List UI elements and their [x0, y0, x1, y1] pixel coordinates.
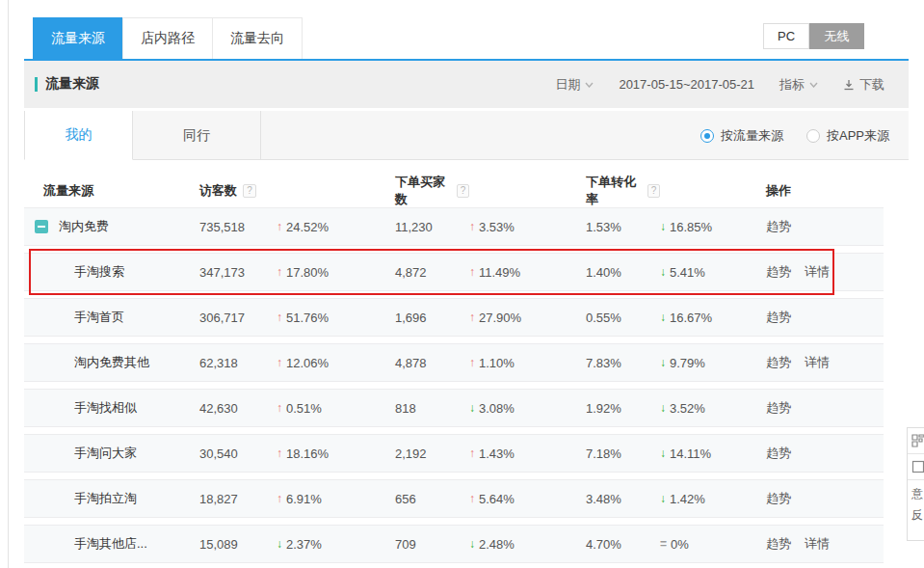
visitors-change: ↑6.91%	[277, 492, 395, 506]
metrics-dropdown-label: 指标	[779, 76, 805, 94]
widget-divider	[908, 479, 924, 480]
view-strip: 我的同行 按流量来源按APP来源	[24, 111, 909, 160]
trend-link[interactable]: 趋势	[766, 490, 791, 507]
source-name: 手淘问大家	[74, 445, 137, 462]
buyers-change: ↓2.48%	[469, 537, 586, 552]
feedback-side-widget[interactable]: 意 反	[907, 427, 924, 541]
top-bar: 流量来源店内路径流量去向 PC无线	[24, 0, 909, 59]
down-arrow-icon: ↓	[660, 492, 666, 505]
conversion-change-value: 0%	[671, 537, 689, 552]
visitors-change-value: 17.80%	[286, 265, 329, 280]
buyers-change: ↑5.64%	[469, 492, 586, 506]
trend-link[interactable]: 趋势	[766, 535, 791, 553]
visitors-value: 15,089	[199, 537, 277, 552]
visitors-change-value: 0.51%	[286, 401, 322, 416]
down-arrow-icon: ↓	[469, 537, 475, 551]
collapse-toggle-icon[interactable]	[35, 220, 48, 233]
source-name-cell: 手淘拍立淘	[24, 490, 199, 507]
source-name-cell: 手淘搜索	[24, 263, 199, 281]
conversion-change: ↓16.67%	[660, 311, 766, 325]
detail-link[interactable]: 详情	[805, 354, 830, 371]
help-icon[interactable]: ?	[647, 184, 660, 198]
view-tab-同行[interactable]: 同行	[133, 111, 261, 160]
down-arrow-icon: ↓	[277, 537, 282, 551]
visitors-value: 30,540	[199, 446, 277, 461]
visitors-change-value: 12.06%	[286, 356, 329, 370]
radio-按APP来源[interactable]: 按APP来源	[806, 127, 889, 145]
conversion-value: 7.18%	[586, 446, 660, 461]
metrics-dropdown[interactable]: 指标	[779, 76, 818, 94]
source-name-cell: 淘内免费	[24, 218, 199, 235]
col-header-source: 流量来源	[24, 182, 199, 200]
radio-dot-icon	[806, 129, 820, 143]
up-arrow-icon: ↑	[277, 446, 282, 460]
source-name: 淘内免费	[59, 218, 109, 235]
visitors-value: 735,518	[199, 220, 277, 234]
main-tab-店内路径[interactable]: 店内路径	[122, 17, 213, 59]
detail-link[interactable]: 详情	[805, 263, 830, 281]
col-header-buyers: 下单买家数?	[395, 174, 469, 208]
conversion-value: 0.55%	[586, 311, 660, 325]
radio-label: 按APP来源	[827, 127, 889, 145]
main-tab-流量去向[interactable]: 流量去向	[212, 17, 303, 59]
table-row: 手淘其他店...15,089↓2.37%709↓2.48%4.70%=0%趋势详…	[24, 525, 884, 563]
trend-link[interactable]: 趋势	[766, 445, 791, 462]
col-header-visitors: 访客数?	[199, 182, 277, 200]
date-dropdown[interactable]: 日期	[555, 76, 594, 94]
trend-link[interactable]: 趋势	[766, 354, 791, 371]
detail-link[interactable]: 详情	[805, 535, 830, 553]
buyers-value: 709	[395, 537, 469, 552]
action-cell: 趋势	[766, 218, 884, 235]
table-header: 流量来源 访客数? 下单买家数? 下单转化率? 操作	[24, 174, 884, 204]
visitors-value: 18,827	[199, 492, 277, 506]
view-tab-我的[interactable]: 我的	[24, 111, 133, 160]
down-arrow-icon: ↓	[660, 220, 666, 233]
conversion-value: 7.83%	[586, 356, 660, 370]
buyers-change: ↓3.08%	[469, 401, 586, 416]
radio-按流量来源[interactable]: 按流量来源	[700, 127, 783, 145]
help-icon[interactable]: ?	[457, 184, 469, 198]
visitors-change: ↑17.80%	[277, 265, 395, 280]
visitors-change-value: 51.76%	[286, 311, 329, 325]
trend-link[interactable]: 趋势	[766, 309, 791, 326]
trend-link[interactable]: 趋势	[766, 218, 791, 235]
visitors-value: 62,318	[199, 356, 277, 370]
feedback-label-char: 反	[911, 507, 923, 523]
table-body: 淘内免费735,518↑24.52%11,230↑3.53%1.53%↓16.8…	[24, 207, 884, 568]
trend-link[interactable]: 趋势	[766, 399, 791, 417]
conversion-change-value: 5.41%	[670, 265, 705, 280]
buyers-value: 2,192	[395, 446, 469, 461]
source-name-cell: 手淘其他店...	[24, 535, 199, 553]
source-name: 手淘拍立淘	[74, 490, 137, 507]
conversion-change: ↓1.42%	[660, 492, 766, 506]
trend-link[interactable]: 趋势	[766, 263, 791, 281]
buyers-change-value: 5.64%	[479, 492, 515, 506]
conversion-value: 3.48%	[586, 492, 660, 506]
download-button[interactable]: 下载	[843, 76, 884, 94]
device-button-PC[interactable]: PC	[763, 23, 809, 49]
conversion-change-value: 1.42%	[670, 492, 705, 506]
main-tab-流量来源[interactable]: 流量来源	[33, 17, 123, 59]
qr-code-icon	[911, 434, 924, 447]
up-arrow-icon: ↑	[277, 220, 282, 233]
device-button-无线[interactable]: 无线	[809, 23, 864, 49]
download-icon	[843, 79, 855, 91]
date-range-value: 2017-05-15~2017-05-21	[619, 77, 754, 92]
action-cell: 趋势详情	[766, 535, 884, 553]
action-cell: 趋势	[766, 399, 884, 417]
conversion-value: 1.40%	[586, 265, 660, 280]
table-row: 手淘问大家30,540↑18.16%2,192↑1.43%7.18%↓14.11…	[24, 434, 884, 473]
conversion-change: ↓9.79%	[660, 356, 766, 370]
conversion-value: 4.70%	[586, 537, 660, 552]
down-arrow-icon: ↓	[660, 401, 666, 415]
buyers-change-value: 1.43%	[479, 446, 515, 461]
buyers-change-value: 2.48%	[479, 537, 515, 552]
source-name-cell: 淘内免费其他	[24, 354, 199, 371]
visitors-change: ↑51.76%	[277, 311, 395, 325]
action-cell: 趋势	[766, 309, 884, 326]
action-cell: 趋势详情	[766, 354, 884, 371]
down-arrow-icon: ↓	[660, 446, 666, 460]
main-tabs: 流量来源店内路径流量去向	[34, 17, 303, 59]
help-icon[interactable]: ?	[243, 184, 256, 198]
buyers-value: 818	[395, 401, 469, 416]
